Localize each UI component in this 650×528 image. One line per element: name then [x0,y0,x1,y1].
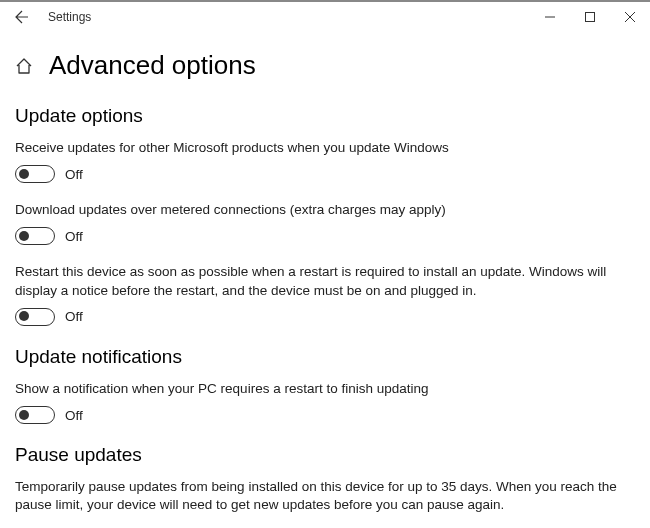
option-desc-microsoft-products: Receive updates for other Microsoft prod… [15,139,635,157]
toggle-state-restart-asap: Off [65,309,83,324]
titlebar: Settings [0,0,650,32]
option-desc-restart-asap: Restart this device as soon as possible … [15,263,635,299]
window-title: Settings [44,10,91,24]
toggle-restart-asap[interactable] [15,308,55,326]
toggle-microsoft-products[interactable] [15,165,55,183]
option-desc-restart-notification: Show a notification when your PC require… [15,380,635,398]
content-area: Update options Receive updates for other… [0,105,650,528]
home-button[interactable] [15,57,33,75]
close-button[interactable] [610,2,650,32]
minimize-icon [545,12,555,22]
section-heading-update-options: Update options [15,105,635,127]
toggle-row-microsoft-products: Off [15,165,635,183]
toggle-state-restart-notification: Off [65,408,83,423]
toggle-row-metered: Off [15,227,635,245]
home-icon [15,57,33,75]
maximize-button[interactable] [570,2,610,32]
svg-rect-0 [586,13,595,22]
toggle-knob [19,169,29,179]
option-desc-metered: Download updates over metered connection… [15,201,635,219]
back-button[interactable] [0,2,44,32]
toggle-knob [19,311,29,321]
pause-updates-desc: Temporarily pause updates from being ins… [15,478,635,514]
toggle-state-microsoft-products: Off [65,167,83,182]
toggle-state-metered: Off [65,229,83,244]
back-arrow-icon [14,9,30,25]
toggle-row-restart-asap: Off [15,308,635,326]
toggle-row-restart-notification: Off [15,406,635,424]
maximize-icon [585,12,595,22]
page-header: Advanced options [0,32,650,91]
toggle-metered[interactable] [15,227,55,245]
section-heading-update-notifications: Update notifications [15,346,635,368]
close-icon [625,12,635,22]
section-heading-pause-updates: Pause updates [15,444,635,466]
toggle-knob [19,410,29,420]
toggle-restart-notification[interactable] [15,406,55,424]
page-title: Advanced options [49,50,256,81]
minimize-button[interactable] [530,2,570,32]
toggle-knob [19,231,29,241]
